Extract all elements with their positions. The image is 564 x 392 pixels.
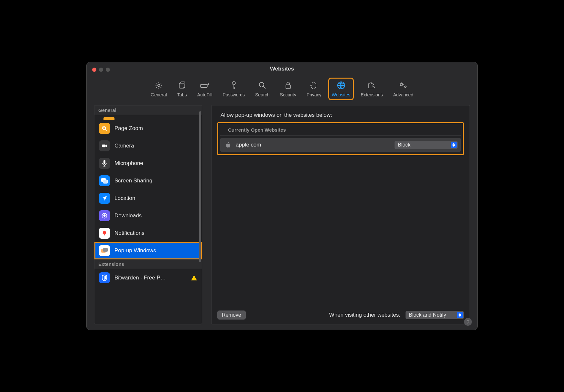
zoom-icon bbox=[99, 123, 110, 134]
tabs-icon bbox=[177, 81, 187, 90]
camera-icon bbox=[99, 140, 110, 151]
sidebar-item-label: Notifications bbox=[114, 230, 145, 236]
warning-icon bbox=[191, 275, 197, 281]
chevron-updown-icon bbox=[451, 142, 457, 148]
gears-icon bbox=[398, 81, 408, 90]
tab-label: Security bbox=[280, 92, 296, 97]
sidebar-item-bitwarden[interactable]: Bitwarden - Free P… bbox=[94, 269, 202, 287]
search-icon bbox=[257, 81, 267, 90]
website-row[interactable]: apple.com Block bbox=[220, 138, 461, 152]
sidebar-item-camera[interactable]: Camera bbox=[94, 137, 202, 155]
sidebar-item-microphone[interactable]: Microphone bbox=[94, 155, 202, 172]
popup-icon bbox=[99, 245, 110, 256]
bottom-bar: Remove When visiting other websites: Blo… bbox=[217, 306, 464, 320]
bell-icon bbox=[99, 228, 110, 239]
other-websites-value: Block and Notify bbox=[406, 311, 464, 319]
tab-label: General bbox=[151, 92, 167, 97]
key-icon bbox=[229, 81, 239, 90]
tab-websites[interactable]: Websites bbox=[330, 79, 352, 99]
help-button[interactable]: ? bbox=[464, 318, 472, 326]
sidebar-item-label: Downloads bbox=[114, 212, 142, 219]
svg-point-3 bbox=[232, 82, 235, 85]
gear-icon bbox=[154, 81, 164, 90]
tab-advanced[interactable]: Advanced bbox=[391, 79, 415, 99]
sidebar-item-label: Page Zoom bbox=[114, 125, 143, 132]
chevron-updown-icon bbox=[457, 312, 463, 318]
preferences-window: Websites General Tabs AutoFill bbox=[86, 62, 478, 330]
sidebar-scrollbar[interactable] bbox=[199, 111, 201, 321]
svg-rect-5 bbox=[286, 85, 290, 89]
window-title: Websites bbox=[86, 66, 478, 72]
preferences-toolbar: General Tabs AutoFill Passwords bbox=[86, 77, 478, 105]
sidebar-item-page-zoom[interactable]: Page Zoom bbox=[94, 120, 202, 137]
svg-point-4 bbox=[259, 82, 264, 87]
tab-passwords[interactable]: Passwords bbox=[221, 79, 247, 99]
svg-rect-17 bbox=[103, 248, 108, 252]
svg-rect-13 bbox=[103, 180, 108, 183]
sidebar-item-downloads[interactable]: Downloads bbox=[94, 207, 202, 224]
websites-list: Currently Open Websites apple.com Block bbox=[217, 122, 464, 155]
other-websites-label: When visiting other websites: bbox=[329, 312, 400, 318]
svg-rect-18 bbox=[194, 277, 194, 279]
svg-point-8 bbox=[404, 86, 406, 88]
sidebar: General Page Zoom Camera bbox=[94, 105, 202, 324]
svg-rect-19 bbox=[194, 279, 194, 280]
titlebar: Websites bbox=[86, 62, 478, 77]
sidebar-item-popup-windows[interactable]: Pop-up Windows bbox=[94, 242, 202, 259]
sidebar-section-extensions: Extensions bbox=[94, 259, 202, 269]
main-panel: Allow pop-up windows on the websites bel… bbox=[211, 105, 470, 324]
sidebar-item-location[interactable]: Location bbox=[94, 190, 202, 207]
tab-label: Websites bbox=[332, 92, 350, 97]
sidebar-item-partial[interactable] bbox=[103, 117, 114, 120]
tab-privacy[interactable]: Privacy bbox=[305, 79, 323, 99]
sidebar-section-general: General bbox=[94, 105, 202, 115]
autofill-icon bbox=[200, 81, 210, 90]
tab-search[interactable]: Search bbox=[253, 79, 271, 99]
tab-autofill[interactable]: AutoFill bbox=[195, 79, 214, 99]
screen-icon bbox=[99, 175, 110, 186]
tab-label: Advanced bbox=[393, 92, 413, 97]
remove-button[interactable]: Remove bbox=[217, 310, 246, 320]
website-domain: apple.com bbox=[236, 142, 395, 148]
websites-list-header: Currently Open Websites bbox=[220, 125, 461, 136]
tab-security[interactable]: Security bbox=[278, 79, 298, 99]
svg-rect-11 bbox=[103, 160, 105, 164]
svg-point-0 bbox=[157, 84, 160, 87]
tab-label: Tabs bbox=[177, 92, 187, 97]
other-websites-select[interactable]: Block and Notify bbox=[406, 311, 464, 319]
svg-rect-10 bbox=[102, 145, 106, 147]
tab-tabs[interactable]: Tabs bbox=[175, 79, 189, 99]
svg-rect-1 bbox=[179, 83, 184, 88]
tab-extensions[interactable]: Extensions bbox=[359, 79, 385, 99]
svg-rect-2 bbox=[201, 84, 207, 87]
tab-label: Extensions bbox=[361, 92, 383, 97]
website-setting-value: Block bbox=[395, 141, 458, 149]
apple-favicon-icon bbox=[225, 142, 231, 148]
tab-label: AutoFill bbox=[197, 92, 212, 97]
tab-general[interactable]: General bbox=[149, 79, 169, 99]
tab-label: Passwords bbox=[223, 92, 245, 97]
tab-label: Search bbox=[255, 92, 269, 97]
tab-label: Privacy bbox=[307, 92, 321, 97]
sidebar-item-label: Screen Sharing bbox=[114, 178, 152, 184]
puzzle-icon bbox=[367, 81, 376, 90]
main-heading: Allow pop-up windows on the websites bel… bbox=[221, 112, 464, 118]
shield-icon bbox=[99, 272, 110, 283]
sidebar-item-label: Camera bbox=[114, 143, 134, 149]
sidebar-item-label: Pop-up Windows bbox=[114, 247, 156, 254]
sidebar-item-label: Bitwarden - Free P… bbox=[114, 275, 166, 281]
mic-icon bbox=[99, 158, 110, 169]
globe-icon bbox=[336, 81, 346, 90]
website-setting-select[interactable]: Block bbox=[395, 141, 458, 149]
location-icon bbox=[99, 193, 110, 204]
lock-icon bbox=[283, 81, 293, 90]
sidebar-item-label: Location bbox=[114, 195, 135, 201]
hand-icon bbox=[309, 81, 319, 90]
svg-point-15 bbox=[104, 234, 105, 235]
sidebar-item-label: Microphone bbox=[114, 160, 143, 167]
sidebar-item-screen-sharing[interactable]: Screen Sharing bbox=[94, 172, 202, 190]
download-icon bbox=[99, 210, 110, 221]
sidebar-item-notifications[interactable]: Notifications bbox=[94, 224, 202, 242]
svg-point-7 bbox=[401, 83, 403, 85]
